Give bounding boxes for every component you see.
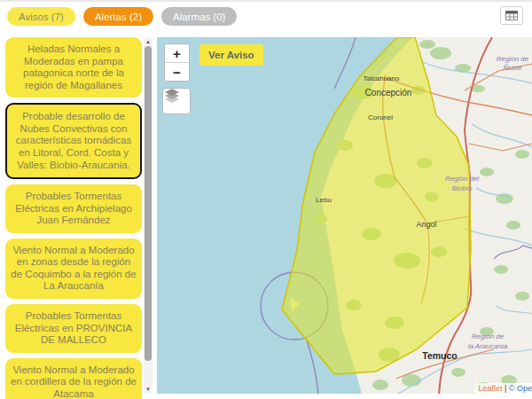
- alert-list-item[interactable]: Heladas Normales a Moderadas en pampa pa…: [5, 37, 142, 98]
- ver-aviso-button[interactable]: Ver Aviso: [200, 44, 263, 66]
- alert-list-item[interactable]: Viento Normal a Moderado en cordillera d…: [5, 358, 142, 399]
- leaflet-map[interactable]: Talcahuano Concepción Coronel Lebu Angol…: [157, 37, 532, 394]
- scrollbar-thumb[interactable]: [145, 46, 152, 361]
- map-zoom-control: + −: [164, 43, 190, 82]
- alert-list-item-selected[interactable]: Probable desarrollo de Nubes Convectivas…: [5, 103, 142, 179]
- table-view-button[interactable]: [500, 6, 523, 25]
- map-label-coronel: Coronel: [368, 113, 393, 121]
- map-label-talcahuano: Talcahuano: [364, 74, 400, 82]
- map-label-concepcion: Concepción: [365, 88, 412, 98]
- map-canvas: Talcahuano Concepción Coronel Lebu Angol…: [157, 37, 532, 394]
- osm-attribution-link[interactable]: © Ope: [509, 384, 532, 393]
- map-label-region-araucania: Región de: [472, 332, 505, 340]
- table-icon: [505, 8, 518, 24]
- leaflet-attribution-link[interactable]: Leaflet: [478, 384, 502, 393]
- alert-type-tabbar: Avisos (7) Alertas (2) Alarmas (0): [7, 7, 237, 26]
- map-layers-button[interactable]: [162, 88, 191, 114]
- map-label-region-nuble: Región de: [497, 55, 529, 63]
- map-label-region-nuble: Ñuble: [504, 64, 522, 72]
- scroll-down-icon[interactable]: ▼: [144, 387, 153, 392]
- map-attribution: Leaflet | © Ope: [474, 383, 532, 394]
- zoom-out-button[interactable]: −: [165, 63, 189, 81]
- map-label-region-biobio: Biobío: [452, 184, 473, 192]
- map-label-temuco: Temuco: [422, 350, 457, 361]
- attribution-separator: |: [503, 384, 509, 393]
- map-label-lebu: Lebu: [316, 196, 332, 204]
- sidebar-scrollbar[interactable]: ▲ ▼: [144, 37, 153, 394]
- map-label-angol: Angol: [416, 220, 436, 229]
- zoom-in-button[interactable]: +: [165, 44, 189, 63]
- map-label-region-biobio: Región del: [445, 175, 479, 183]
- alert-list: Heladas Normales a Moderadas en pampa pa…: [5, 37, 142, 399]
- alert-list-item[interactable]: Viento Normal a Moderado en zonas desde …: [5, 239, 142, 299]
- alert-list-item[interactable]: Probables Tormentas Eléctricas en PROVIN…: [5, 304, 142, 353]
- map-label-region-araucania: la Araucanía: [468, 342, 508, 350]
- scroll-up-icon[interactable]: ▲: [144, 39, 153, 44]
- tab-alertas[interactable]: Alertas (2): [83, 7, 153, 26]
- alert-list-item[interactable]: Probables Tormentas Eléctricas en Archip…: [5, 184, 142, 233]
- tab-alarmas[interactable]: Alarmas (0): [161, 7, 237, 26]
- tab-avisos[interactable]: Avisos (7): [7, 7, 75, 26]
